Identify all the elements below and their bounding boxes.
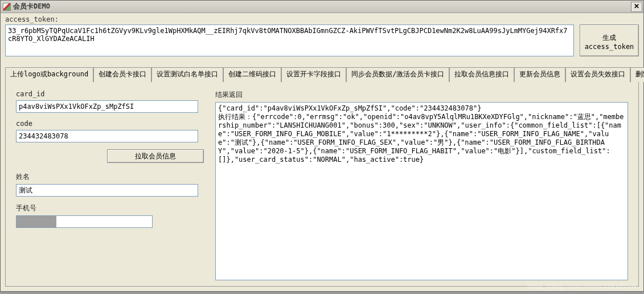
tab-strip: 上传logo或background 创建会员卡接口 设置测试白名单接口 创建二维…	[5, 67, 639, 82]
name-input[interactable]	[16, 184, 198, 197]
card-id-label: card_id	[16, 90, 204, 98]
tab-create-card[interactable]: 创建会员卡接口	[93, 67, 151, 82]
tab-update-member[interactable]: 更新会员信息	[514, 67, 565, 82]
card-id-input[interactable]	[16, 100, 198, 113]
window-title: 会员卡DEMO	[13, 2, 50, 11]
code-label: code	[16, 120, 204, 128]
tab-upload-logo[interactable]: 上传logo或background	[5, 67, 93, 82]
tab-sync-activate[interactable]: 同步会员数据/激活会员卡接口	[346, 67, 449, 82]
titlebar: 会员卡DEMO ✕	[1, 1, 643, 13]
tab-qrcode[interactable]: 创建二维码接口	[223, 67, 281, 82]
generate-token-button[interactable]: 生成 access_token	[580, 24, 639, 56]
code-input[interactable]	[16, 130, 198, 142]
tab-delete-card[interactable]: 删除会员卡	[630, 67, 644, 82]
fetch-member-button[interactable]: 拉取会员信息	[107, 149, 204, 163]
name-label: 姓名	[16, 172, 204, 182]
result-label: 结果返回	[215, 90, 628, 100]
tab-whitelist[interactable]: 设置测试白名单接口	[151, 67, 223, 82]
token-label: access_token:	[5, 15, 639, 23]
close-button[interactable]: ✕	[631, 2, 642, 12]
tab-card-fields[interactable]: 设置开卡字段接口	[281, 67, 346, 82]
main-window: 会员卡DEMO ✕ access_token: 33_r6pbMSyTQPqUc…	[0, 0, 644, 292]
app-icon	[3, 3, 11, 11]
phone-label: 手机号	[16, 203, 204, 213]
tab-body: card_id code 拉取会员信息 姓名 手机号 结果返回 {"card_i…	[5, 82, 639, 287]
access-token-input[interactable]: 33_r6pbMSyTQPqUcaV1Fc1h6tZGVyv9KLv9gle1W…	[5, 24, 574, 56]
result-output[interactable]: {"card_id":"p4av8viWsPXx1VkOFxZp_sMpZfSI…	[215, 102, 628, 280]
tab-invalidate[interactable]: 设置会员失效接口	[565, 67, 630, 82]
client-area: access_token: 33_r6pbMSyTQPqUcaV1Fc1h6tZ…	[1, 13, 643, 291]
phone-input[interactable]	[16, 215, 153, 228]
tab-fetch-member[interactable]: 拉取会员信息接口	[449, 67, 514, 82]
